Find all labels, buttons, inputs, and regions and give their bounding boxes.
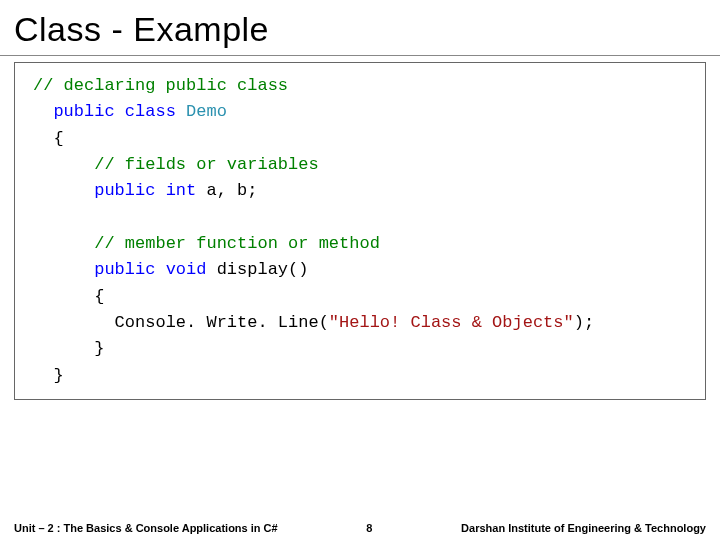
code-brace: { [94, 287, 104, 306]
code-keyword: public [94, 260, 155, 279]
code-keyword: int [166, 181, 197, 200]
slide-footer: Unit – 2 : The Basics & Console Applicat… [0, 522, 720, 534]
footer-unit: Unit – 2 : The Basics & Console Applicat… [14, 522, 278, 534]
code-keyword: class [125, 102, 176, 121]
slide: Class - Example // declaring public clas… [0, 0, 720, 540]
code-block: // declaring public class public class D… [33, 73, 691, 389]
footer-institute: Darshan Institute of Engineering & Techn… [461, 522, 706, 534]
footer-page-number: 8 [339, 522, 399, 534]
slide-title: Class - Example [0, 0, 720, 55]
code-text: a, b; [196, 181, 257, 200]
code-comment: // declaring public class [33, 76, 288, 95]
code-brace: } [94, 339, 104, 358]
code-text: Console. Write. Line( [94, 313, 329, 332]
code-brace: } [53, 366, 63, 385]
code-text: display() [206, 260, 308, 279]
code-keyword: void [166, 260, 207, 279]
title-divider [0, 55, 720, 56]
code-keyword: public [94, 181, 155, 200]
code-comment: // fields or variables [94, 155, 318, 174]
code-brace: { [53, 129, 63, 148]
code-keyword: public [53, 102, 114, 121]
code-type: Demo [186, 102, 227, 121]
code-string: "Hello! Class & Objects" [329, 313, 574, 332]
code-text: ); [574, 313, 594, 332]
code-comment: // member function or method [94, 234, 380, 253]
code-example-box: // declaring public class public class D… [14, 62, 706, 400]
